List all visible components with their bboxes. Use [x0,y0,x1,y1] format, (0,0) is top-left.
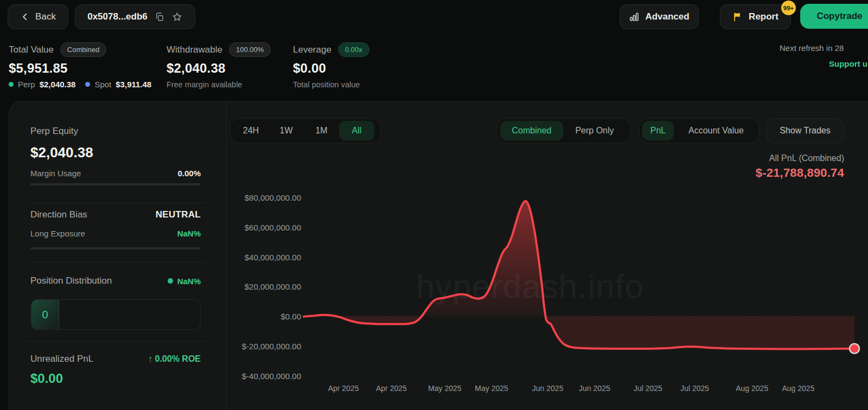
show-trades-label: Show Trades [780,126,830,136]
tab-all[interactable]: All [339,121,374,140]
leverage-header: Leverage 0.00x [293,42,369,57]
advanced-button[interactable]: Advanced [620,4,699,29]
total-value-label: Total Value [9,44,54,55]
tab-pnl[interactable]: PnL [642,121,674,140]
mode-tabs: Combined Perp Only [497,118,630,143]
margin-usage-bar [30,183,201,185]
advanced-label: Advanced [645,11,689,22]
withdrawable-sub: Free margin available [167,80,242,89]
perp-equity-label: Perp Equity [30,126,78,137]
position-distribution-box: 0 [31,299,201,330]
report-label: Report [749,11,778,22]
leverage-label: Leverage [293,44,331,55]
withdrawable-badge: 100.00% [229,42,271,57]
panel-chart-divider [226,101,227,410]
withdrawable-value: $2,040.38 [167,61,226,76]
time-range-tabs: 24H 1W 1M All [230,118,381,143]
margin-usage-value: 0.00% [177,169,201,178]
section-divider [27,203,206,203]
unrealized-pnl-label: Unrealized PnL [30,354,93,364]
wallet-address: 0x5078...edb6 [87,11,148,22]
show-trades-button[interactable]: Show Trades [766,118,844,143]
long-exposure-label: Long Exposure [30,229,85,238]
perp-equity-panel: Perp Equity $2,040.38 Margin Usage 0.00%… [30,101,201,410]
long-exposure-bar [30,247,201,249]
long-exposure-row: Long Exposure NaN% [30,229,201,238]
report-button[interactable]: Report [720,4,791,29]
unrealized-pnl-value: $0.00 [30,371,63,386]
total-value: $5,951.85 [9,61,68,76]
tab-24h[interactable]: 24H [233,121,269,140]
tab-combined[interactable]: Combined [500,121,563,140]
spot-dot-icon [85,82,90,87]
margin-usage-row: Margin Usage 0.00% [30,169,201,178]
perp-equity-value: $2,040.38 [30,144,93,161]
tab-perp-only[interactable]: Perp Only [563,121,626,140]
bar-chart-icon [629,11,640,22]
perp-dot-icon [9,82,14,87]
pnl-summary: All PnL (Combined) $-21,788,890.74 [542,153,844,180]
margin-usage-label: Margin Usage [30,169,81,178]
unrealized-roe-value: ↑ 0.00% ROE [148,354,201,364]
copytrade-button[interactable]: Copytrade [800,4,868,29]
long-exposure-value: NaN% [177,229,201,238]
total-value-badge: Combined [60,42,106,57]
spot-value: $3,911.48 [116,80,151,89]
direction-bias-value: NEUTRAL [156,209,201,220]
section-divider [27,262,206,262]
direction-bias-label: Direction Bias [30,209,87,220]
metric-tabs: PnL Account Value [639,118,760,143]
support-link[interactable]: Support u [829,59,867,68]
section-divider [27,341,206,342]
back-label: Back [35,11,56,22]
total-value-legend: Perp $2,040.38 Spot $3,911.48 [9,80,151,89]
leverage-sub: Total position value [293,80,360,89]
report-badge: 99+ [781,1,796,15]
position-distribution-stat: NaN% [168,277,201,286]
leverage-badge: 0.00x [338,42,369,57]
distribution-dot-icon [168,278,173,284]
position-distribution-segment: 0 [31,300,59,329]
perp-label: Perp [18,80,35,89]
leverage-value: $0.00 [293,61,326,76]
pnl-summary-value: $-21,788,890.74 [542,166,844,180]
direction-bias-row: Direction Bias NEUTRAL [30,209,201,220]
refresh-countdown: Next refresh in 28 [780,43,844,53]
total-value-header: Total Value Combined [9,42,106,57]
copytrade-label: Copytrade [816,11,862,22]
copy-icon[interactable] [155,12,164,22]
back-button[interactable]: Back [8,4,68,29]
perp-value: $2,040.38 [40,80,76,89]
tab-1m[interactable]: 1M [304,121,339,140]
position-distribution-row: Position Distribution NaN% [30,276,201,286]
flag-icon [732,11,743,22]
star-icon[interactable] [171,11,183,23]
chevron-left-icon [20,12,30,22]
wallet-address-pill[interactable]: 0x5078...edb6 [75,4,195,29]
pnl-summary-label: All PnL (Combined) [542,153,844,163]
position-distribution-value: NaN% [177,277,201,286]
withdrawable-header: Withdrawable 100.00% [167,42,271,57]
position-distribution-label: Position Distribution [30,276,112,286]
withdrawable-label: Withdrawable [167,44,222,55]
tab-1w[interactable]: 1W [269,121,304,140]
tab-account-value[interactable]: Account Value [676,121,756,140]
spot-label: Spot [94,80,111,89]
unrealized-pnl-row: Unrealized PnL ↑ 0.00% ROE [30,354,201,364]
